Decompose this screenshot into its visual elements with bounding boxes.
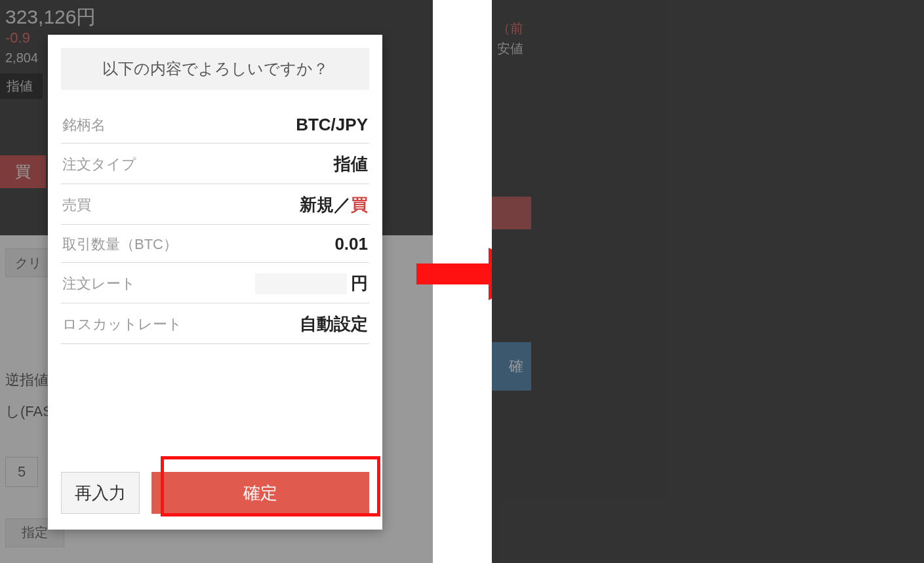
order-confirm-dialog: 以下の内容でよろしいですか？ 銘柄名 BTC/JPY 注文タイプ 指値 売買 新… — [48, 35, 382, 530]
row-qty-label: 取引数量（BTC） — [62, 235, 178, 254]
row-side-label: 売買 — [62, 195, 91, 215]
row-losscut: ロスカットレート 自動設定 — [61, 303, 369, 344]
row-side-prefix: 新規／ — [300, 195, 351, 214]
row-rate: 注文レート 円 — [61, 263, 369, 303]
row-symbol: 銘柄名 BTC/JPY — [61, 106, 369, 144]
row-symbol-value: BTC/JPY — [296, 115, 368, 135]
row-rate-label: 注文レート — [62, 274, 136, 294]
row-type: 注文タイプ 指値 — [61, 144, 369, 184]
row-side: 売買 新規／買 — [61, 184, 369, 225]
confirm-button[interactable]: 確定 — [151, 472, 369, 514]
row-type-label: 注文タイプ — [62, 155, 136, 174]
row-losscut-label: ロスカットレート — [62, 315, 182, 334]
row-rate-value: 円 — [255, 272, 368, 295]
left-panel: 323,126円 -0.9 2,804 指値 買 クリ 逆指値 し(FAS 5 … — [0, 0, 433, 563]
confirm-title: 以下の内容でよろしいですか？ — [61, 48, 369, 90]
row-symbol-label: 銘柄名 — [62, 115, 106, 135]
right-dim-overlay — [492, 0, 924, 563]
right-panel: （前 安値 確 注文を受け付けました。 詳細は【注文一覧】よりご確認ください。 … — [492, 0, 924, 563]
row-qty-value: 0.01 — [334, 234, 368, 254]
row-side-value: 新規／買 — [300, 193, 368, 216]
confirm-button-row: 再入力 確定 — [61, 456, 369, 514]
row-rate-field — [255, 273, 347, 294]
row-rate-unit: 円 — [351, 272, 368, 295]
reinput-button[interactable]: 再入力 — [61, 472, 140, 514]
row-losscut-value: 自動設定 — [300, 313, 368, 336]
row-type-value: 指値 — [334, 153, 368, 176]
row-side-buy: 買 — [351, 195, 368, 214]
row-qty: 取引数量（BTC） 0.01 — [61, 225, 369, 263]
